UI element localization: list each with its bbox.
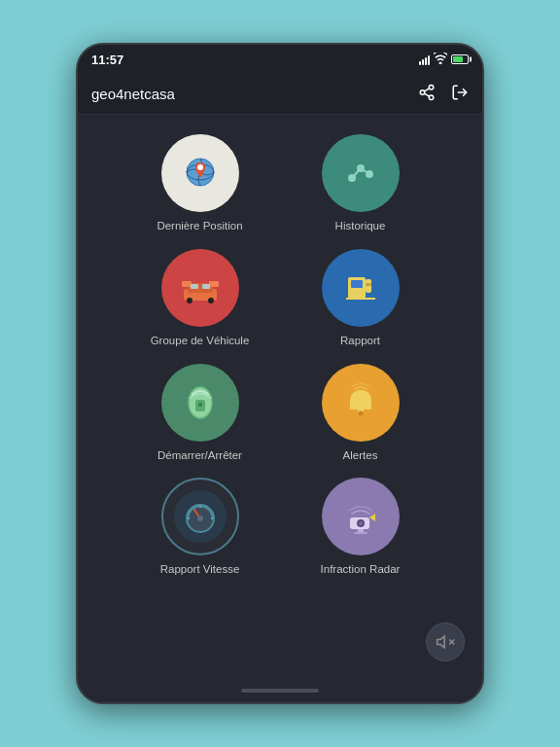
svg-point-10 [334,147,387,199]
menu-item-rapport-vitesse[interactable]: Rapport Vitesse [124,478,275,577]
svg-point-44 [197,516,203,521]
app-header: geo4netcasa [78,74,482,115]
menu-label-historique: Historique [335,220,386,233]
radar-icon-circle [322,478,400,555]
svg-rect-27 [351,280,363,288]
app-title: geo4netcasa [91,86,175,102]
menu-label-groupe-vehicule: Groupe de Véhicule [151,335,250,348]
logout-icon[interactable] [451,84,469,105]
svg-point-21 [187,298,192,303]
history-icon-circle [322,134,400,212]
svg-rect-24 [202,284,210,289]
menu-item-rapport[interactable]: Rapport [285,249,436,348]
device-frame: 11:57 geo4netcasa [76,43,484,704]
app-content: Dernière Position Historique [78,115,482,679]
header-actions [418,84,469,105]
menu-label-demarrer-arreter: Démarrer/Arrêter [158,449,242,463]
svg-line-3 [424,93,429,96]
home-indicator [78,679,482,702]
alert-icon-circle [322,364,400,442]
menu-item-infraction-radar[interactable]: Infraction Radar [285,478,436,577]
svg-point-22 [208,298,214,303]
svg-point-2 [429,95,434,100]
menu-label-rapport: Rapport [340,335,380,348]
menu-item-groupe-vehicule[interactable]: Groupe de Véhicule [124,249,275,348]
svg-point-45 [334,490,387,543]
svg-rect-23 [191,284,198,289]
share-icon[interactable] [418,84,436,105]
menu-item-derniere-position[interactable]: Dernière Position [124,134,275,233]
status-bar: 11:57 [78,45,482,74]
location-icon-circle [161,134,239,212]
menu-item-alertes[interactable]: Alertes [285,364,436,463]
status-icons [419,53,469,67]
svg-line-4 [424,88,429,90]
menu-label-derniere-position: Dernière Position [157,220,242,233]
menu-item-historique[interactable]: Historique [285,134,436,233]
menu-grid: Dernière Position Historique [124,134,436,577]
svg-rect-19 [182,281,192,287]
menu-label-rapport-vitesse: Rapport Vitesse [160,563,240,577]
svg-rect-34 [198,403,202,407]
menu-item-demarrer-arreter[interactable]: Démarrer/Arrêter [124,364,275,463]
menu-label-infraction-radar: Infraction Radar [321,563,401,577]
menu-label-alertes: Alertes [343,449,378,463]
svg-marker-52 [438,636,445,648]
svg-rect-29 [366,283,371,286]
svg-point-9 [197,164,203,170]
wifi-icon [434,53,447,67]
rapport-icon-circle [322,249,400,327]
svg-rect-20 [209,281,219,287]
sound-button[interactable] [426,622,465,661]
svg-point-48 [359,521,363,525]
home-bar [241,689,319,693]
start-stop-icon-circle [161,364,239,442]
svg-rect-51 [354,532,368,534]
svg-point-1 [420,89,425,94]
svg-point-37 [358,410,363,415]
battery-icon [451,54,469,64]
signal-bars-icon [419,53,430,65]
svg-point-0 [429,85,434,89]
group-vehicle-icon-circle [161,249,239,327]
status-time: 11:57 [91,53,123,67]
speed-icon-circle [161,478,239,555]
